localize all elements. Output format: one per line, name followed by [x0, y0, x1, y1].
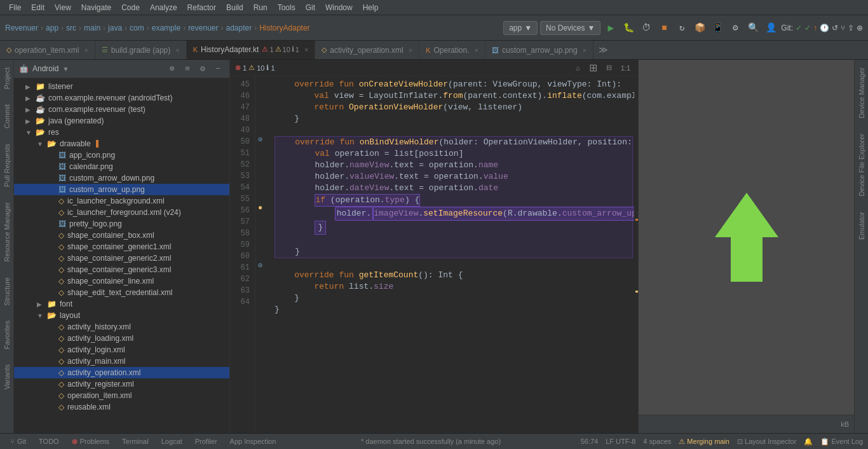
close-tab-custom-arrow-up[interactable]: ×: [583, 46, 587, 54]
stop-button[interactable]: ■: [656, 20, 672, 36]
right-tab-device-manager[interactable]: Device Manager: [855, 60, 868, 126]
git-branch[interactable]: ⑂: [841, 24, 845, 32]
bottom-tab-app-inspection[interactable]: App Inspection: [225, 436, 281, 446]
code-lines[interactable]: override fun onCreateViewHolder(parent: …: [269, 76, 638, 433]
collapse-btn[interactable]: ⊟: [604, 62, 614, 73]
settings-button[interactable]: ⚙: [728, 20, 743, 36]
tree-item-ic-fg[interactable]: ▶ ◇ ic_launcher_foreground.xml (v24): [14, 207, 229, 218]
tree-item-op-item[interactable]: ▶ ◇ operation_item.xml: [14, 390, 229, 401]
tab-operation[interactable]: K Operation. ×: [419, 41, 485, 60]
layout-inspector-btn[interactable]: ⊡ Layout Inspector: [737, 438, 796, 446]
expand-all-btn[interactable]: ⊞: [587, 60, 600, 75]
bc-revenuer2[interactable]: revenuer: [188, 24, 218, 32]
tree-item-arrow-down[interactable]: ▶ 🖼 custom_arrow_down.png: [14, 172, 229, 184]
git-history[interactable]: 🕐: [820, 24, 829, 32]
sidebar-filter-btn[interactable]: ⚙: [196, 62, 209, 75]
bc-src[interactable]: src: [66, 24, 76, 32]
tree-item-act-login[interactable]: ▶ ◇ activity_login.xml: [14, 344, 229, 356]
tab-activity-operation[interactable]: ◇ activity_operation.xml ×: [315, 41, 419, 60]
bc-adapter[interactable]: adapter: [226, 24, 252, 32]
git-push[interactable]: ⇪: [848, 24, 854, 32]
cursor-position[interactable]: 56:74: [581, 438, 599, 445]
tree-item-shape-gen3[interactable]: ▶ ◇ shape_container_generic3.xml: [14, 264, 229, 275]
sync-button[interactable]: ↻: [674, 20, 689, 36]
tree-item-drawable[interactable]: ▼ 📂 drawable: [14, 138, 229, 149]
tree-item-font[interactable]: ▶ 📁 font: [14, 298, 229, 310]
tree-item-shape-gen1[interactable]: ▶ ◇ shape_container_generic1.xml: [14, 241, 229, 252]
tree-item-act-loading[interactable]: ▶ ◇ activity_loading.xml: [14, 333, 229, 344]
tab-operation-item[interactable]: ◇ operation_item.xml ×: [0, 41, 95, 60]
sidebar-sort-btn[interactable]: ≡: [181, 62, 194, 75]
tree-item-act-history[interactable]: ▶ ◇ activity_history.xml: [14, 321, 229, 333]
tab-history-adapter[interactable]: K HistoryAdapter.kt ⚠ 1 ⚠ 10 ℹ 1 ×: [187, 41, 316, 60]
device-dropdown[interactable]: No Devices ▼: [540, 21, 600, 35]
tree-item-shape-gen2[interactable]: ▶ ◇ shape_container_generic2.xml: [14, 252, 229, 264]
tree-item-androidtest[interactable]: ▶ ☕ com.example.revenuer (androidTest): [14, 92, 229, 104]
menu-item-run[interactable]: Run: [250, 2, 271, 13]
close-tab-operation-item[interactable]: ×: [84, 46, 88, 54]
left-tab-commit[interactable]: Commit: [1, 97, 13, 136]
bc-java[interactable]: java: [108, 24, 122, 32]
notification-bell[interactable]: 🔔: [804, 438, 813, 446]
tab-overflow-button[interactable]: ≫: [593, 45, 613, 55]
menu-item-window[interactable]: Window: [322, 2, 356, 13]
bc-history[interactable]: HistoryAdapter: [259, 24, 309, 32]
git-fetch[interactable]: ⊕: [857, 24, 863, 32]
left-tab-resource-manager[interactable]: Resource Manager: [1, 195, 13, 270]
menu-item-help[interactable]: Help: [359, 2, 383, 13]
menu-item-refactor[interactable]: Refactor: [184, 2, 220, 13]
search-button[interactable]: 🔍: [745, 20, 761, 36]
menu-item-tools[interactable]: Tools: [274, 2, 299, 13]
event-log[interactable]: 📋 Event Log: [820, 438, 863, 446]
tree-item-app-icon[interactable]: ▶ 🖼 app_icon.png: [14, 149, 229, 161]
tree-item-listener[interactable]: ▶ 📁 listener: [14, 81, 229, 92]
tree-item-layout[interactable]: ▼ 📂 layout: [14, 310, 229, 321]
avd-button[interactable]: 📱: [710, 20, 725, 36]
tree-item-shape-cred[interactable]: ▶ ◇ shape_edit_text_credential.xml: [14, 287, 229, 298]
left-tab-variants[interactable]: Variants: [1, 357, 13, 397]
vcs-status[interactable]: ⚠ Merging main: [679, 438, 729, 446]
tree-item-java-generated[interactable]: ▶ 📂 java (generated): [14, 115, 229, 127]
bottom-tab-git[interactable]: ⑂ Git: [5, 436, 31, 446]
left-tab-structure[interactable]: Structure: [1, 270, 13, 314]
run-button[interactable]: ▶: [603, 20, 618, 36]
tree-item-arrow-up[interactable]: ▶ 🖼 custom_arrow_up.png: [14, 184, 229, 195]
close-tab-build-gradle[interactable]: ×: [175, 46, 179, 54]
toggle-soft-wrap[interactable]: ⌂: [573, 63, 583, 73]
bc-com[interactable]: com: [130, 24, 144, 32]
tab-build-gradle[interactable]: ☰ build.gradle (app) ×: [95, 41, 187, 60]
left-tab-favorites[interactable]: Favorites: [1, 313, 13, 357]
right-tab-emulator[interactable]: Emulator: [855, 204, 868, 247]
tree-item-calendar[interactable]: ▶ 🖼 calendar.png: [14, 161, 229, 172]
bc-example[interactable]: example: [152, 24, 180, 32]
tree-item-res[interactable]: ▼ 📂 res: [14, 127, 229, 138]
git-up[interactable]: ↑: [813, 24, 817, 32]
tree-item-act-operation[interactable]: ▶ ◇ activity_operation.xml: [14, 367, 229, 378]
sidebar-dropdown-arrow[interactable]: ▼: [62, 66, 69, 73]
tree-item-logo[interactable]: ▶ 🖼 pretty_logo.png: [14, 218, 229, 230]
bc-main[interactable]: main: [84, 24, 100, 32]
bottom-tab-terminal[interactable]: Terminal: [117, 436, 154, 446]
menu-item-file[interactable]: File: [5, 2, 25, 13]
menu-item-view[interactable]: View: [51, 2, 75, 13]
add-account-button[interactable]: 👤: [763, 20, 778, 36]
git-tick[interactable]: ✓: [804, 24, 811, 32]
left-tab-project[interactable]: Project: [1, 60, 13, 97]
tree-item-shape-box[interactable]: ▶ ◇ shape_container_box.xml: [14, 230, 229, 241]
menu-item-git[interactable]: Git: [302, 2, 319, 13]
git-check[interactable]: ✓: [796, 24, 802, 32]
close-tab-operation[interactable]: ×: [475, 46, 478, 54]
tree-item-shape-line[interactable]: ▶ ◇ shape_container_line.xml: [14, 275, 229, 287]
app-dropdown[interactable]: app ▼: [503, 21, 538, 35]
tree-item-reusable[interactable]: ▶ ◇ reusable.xml: [14, 401, 229, 413]
bottom-tab-logcat[interactable]: Logcat: [156, 436, 187, 446]
git-revert[interactable]: ↺: [832, 24, 838, 32]
tree-item-act-main[interactable]: ▶ ◇ activity_main.xml: [14, 356, 229, 367]
bottom-tab-problems[interactable]: ⊗ Problems: [67, 436, 114, 447]
tree-item-ic-bg[interactable]: ▶ ◇ ic_launcher_background.xml: [14, 195, 229, 207]
sidebar-add-btn[interactable]: ⊕: [166, 62, 179, 75]
encoding-status[interactable]: LF UTF-8: [606, 438, 635, 445]
bottom-tab-todo[interactable]: TODO: [34, 436, 64, 446]
menu-item-navigate[interactable]: Navigate: [78, 2, 115, 13]
menu-item-analyze[interactable]: Analyze: [146, 2, 181, 13]
